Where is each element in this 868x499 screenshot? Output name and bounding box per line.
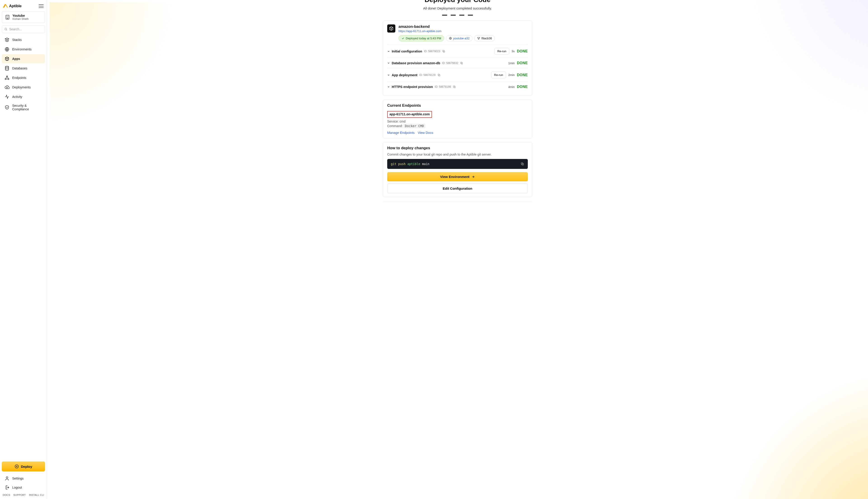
sidebar-item-label: Endpoints: [12, 76, 26, 80]
chevron-down-icon[interactable]: [387, 85, 390, 88]
sidebar-item-environments[interactable]: Environments: [2, 45, 45, 54]
env-chip-text: youtube-a32: [453, 37, 470, 40]
step-status: DONE: [517, 73, 528, 77]
search-icon: [4, 27, 8, 31]
search-box[interactable]: [2, 25, 45, 33]
app-name: amazon-backend: [398, 24, 495, 29]
deployed-chip-text: Deployed today at 5:43 PM: [406, 37, 441, 40]
deployment-steps: Initial configurationID: 58678023Re-run3…: [387, 45, 528, 92]
deployed-chip: Deployed today at 5:43 PM: [398, 35, 444, 41]
footer-docs-link[interactable]: DOCS: [3, 494, 10, 496]
sidebar-item-deployments[interactable]: Deployments: [2, 83, 45, 92]
sidebar-item-activity[interactable]: Activity: [2, 92, 45, 101]
plus-circle-icon: [14, 464, 19, 469]
aptible-logo-icon: [3, 4, 8, 9]
main-nav: Stacks Environments Apps Databases Endpo…: [1, 35, 46, 113]
manage-endpoints-link[interactable]: Manage Endpoints: [387, 131, 414, 135]
sidebar-item-endpoints[interactable]: Endpoints: [2, 73, 45, 82]
stacks-icon: [4, 37, 10, 42]
howto-card: How to deploy changes Commit changes to …: [383, 142, 532, 197]
app-url-link[interactable]: https://app-61711.on-aptible.com: [398, 29, 442, 33]
step-row: HTTPS endpoint provisionID: 586781864min…: [387, 81, 528, 92]
deploy-button-label: Deploy: [21, 465, 32, 468]
chevron-down-icon[interactable]: [387, 62, 390, 64]
chevron-down-icon[interactable]: [387, 74, 390, 76]
svg-point-4: [7, 76, 8, 77]
step-row: Database provision amazon-dbID: 58676632…: [387, 58, 528, 68]
rerun-button[interactable]: Re-run: [494, 48, 509, 54]
view-docs-link[interactable]: View Docs: [418, 131, 433, 135]
menu-toggle-icon[interactable]: [39, 4, 44, 8]
copy-icon[interactable]: [460, 61, 463, 65]
globe-icon: [4, 47, 10, 52]
step-status: DONE: [517, 85, 528, 89]
step-id: ID: 58678023: [424, 50, 440, 53]
brand-logo[interactable]: Aptible: [3, 4, 22, 9]
step-title: Initial configuration: [392, 49, 422, 53]
step-title: App deployment: [392, 73, 418, 77]
endpoint-command: Command: Docker CMD: [387, 124, 528, 128]
sidebar-item-label: Deployments: [12, 85, 31, 89]
sidebar-item-stacks[interactable]: Stacks: [2, 35, 45, 44]
deploy-button[interactable]: Deploy: [2, 461, 45, 472]
main-content: Deployed your Code All done! Deployment …: [47, 0, 868, 499]
sidebar-item-label: Security & Compliance: [12, 104, 42, 111]
chevron-down-icon[interactable]: [387, 50, 390, 53]
step-row: App deploymentID: 58678129Re-run2minDONE: [387, 68, 528, 81]
svg-point-10: [478, 37, 478, 38]
copy-command-button[interactable]: [521, 162, 524, 166]
rerun-button[interactable]: Re-run: [491, 72, 506, 78]
user-icon: [4, 476, 10, 481]
brand-name: Aptible: [9, 4, 22, 8]
copy-icon[interactable]: [453, 85, 456, 88]
shield-icon: [4, 105, 10, 110]
footer-install-link[interactable]: INSTALL CLI: [29, 494, 44, 496]
search-input[interactable]: [9, 27, 42, 31]
copy-icon[interactable]: [437, 73, 441, 77]
endpoint-host[interactable]: app-61711.on-aptible.com: [389, 112, 430, 116]
sidebar-item-label: Activity: [12, 95, 22, 99]
cloud-upload-icon: [4, 85, 10, 90]
org-selector[interactable]: Youtube Kishan Sheth: [2, 11, 45, 23]
commit-chip-text: f9acb36: [482, 37, 492, 40]
endpoints-card: Current Endpoints app-61711.on-aptible.c…: [383, 99, 532, 138]
activity-icon: [4, 94, 10, 99]
view-environment-button[interactable]: View Environment: [387, 172, 528, 181]
org-name: Youtube: [12, 14, 28, 17]
sidebar-item-settings[interactable]: Settings: [2, 474, 45, 483]
svg-point-1: [5, 28, 7, 30]
git-branch-icon: [477, 37, 480, 40]
sidebar-item-label: Databases: [12, 66, 27, 70]
building-icon: [5, 14, 10, 20]
edit-configuration-button[interactable]: Edit Configuration: [387, 184, 528, 193]
commit-chip[interactable]: f9acb36: [474, 35, 495, 41]
sidebar-item-label: Apps: [12, 57, 20, 61]
svg-point-11: [479, 37, 480, 38]
sidebar: Aptible Youtube Kishan Sheth Stacks Envi…: [0, 0, 47, 499]
svg-point-8: [6, 477, 8, 478]
step-duration: 1min: [508, 61, 515, 65]
howto-heading: How to deploy changes: [387, 146, 528, 150]
globe-icon: [449, 37, 452, 40]
copy-icon[interactable]: [442, 50, 445, 53]
view-environment-label: View Environment: [440, 175, 470, 179]
step-duration: 2min: [508, 73, 515, 77]
sidebar-item-apps[interactable]: Apps: [2, 54, 45, 63]
app-status-card: amazon-backend https://app-61711.on-apti…: [383, 21, 532, 96]
svg-point-3: [5, 66, 9, 68]
page-title: Deployed your Code: [383, 0, 532, 3]
sidebar-item-security[interactable]: Security & Compliance: [2, 102, 45, 113]
edit-configuration-label: Edit Configuration: [443, 186, 472, 190]
endpoints-heading: Current Endpoints: [387, 103, 528, 108]
step-row: Initial configurationID: 58678023Re-run3…: [387, 45, 528, 58]
database-icon: [4, 66, 10, 71]
sidebar-item-databases[interactable]: Databases: [2, 64, 45, 73]
sidebar-item-logout[interactable]: Logout: [2, 483, 45, 492]
env-chip[interactable]: youtube-a32: [446, 35, 472, 41]
howto-subtitle: Commit changes to your local git repo an…: [387, 153, 528, 156]
box-icon: [4, 56, 10, 61]
footer-support-link[interactable]: SUPPORT: [13, 494, 26, 496]
sidebar-item-label: Stacks: [12, 38, 22, 41]
sidebar-item-label: Logout: [12, 486, 22, 489]
check-icon: [401, 37, 405, 40]
